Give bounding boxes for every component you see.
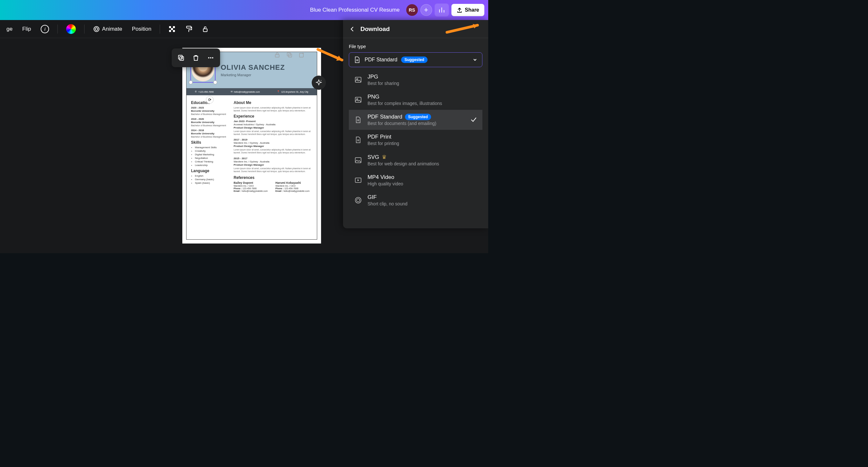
- duplicate-button[interactable]: [174, 51, 188, 65]
- address: 📍123 Anywhere St., Any City: [277, 90, 308, 93]
- phone: ✆+123-456-7890: [195, 90, 214, 93]
- lock-page-button[interactable]: [273, 51, 281, 59]
- svg-point-13: [212, 57, 213, 58]
- skills-list[interactable]: Management Skills Creativity Digital Mar…: [191, 146, 229, 167]
- about-heading[interactable]: About Me: [234, 100, 312, 105]
- education-item[interactable]: 2016 - 2020Borcelle UniversityBachelor o…: [191, 118, 229, 127]
- trash-icon: [192, 54, 199, 61]
- phone-icon: ✆: [195, 90, 197, 93]
- page-tab[interactable]: ge: [4, 24, 15, 34]
- download-title: Download: [361, 26, 390, 33]
- document-icon: [354, 56, 361, 63]
- flip-button[interactable]: Flip: [20, 24, 34, 34]
- education-item[interactable]: 2020 - 2023Borcelle UniversityBachelor o…: [191, 106, 229, 116]
- svg-point-18: [321, 80, 321, 81]
- svg-rect-21: [355, 97, 361, 103]
- pin-icon: 📍: [277, 90, 280, 93]
- option-pdf-standard[interactable]: PDF StandardSuggestedBest for documents …: [349, 110, 483, 130]
- rotate-handle[interactable]: ⟳: [206, 96, 214, 104]
- duplicate-page-button[interactable]: [285, 51, 293, 59]
- annotation-arrow-share: [445, 23, 484, 35]
- option-png[interactable]: PNGBest for complex images, illustration…: [349, 90, 483, 110]
- info-button[interactable]: i: [38, 23, 52, 35]
- magic-button[interactable]: [312, 76, 326, 90]
- option-pdf-print[interactable]: PDF PrintBest for printing: [349, 130, 483, 150]
- color-wheel-icon: [66, 24, 76, 34]
- more-button[interactable]: [204, 51, 217, 65]
- resume-job-title[interactable]: Marketing Manager: [221, 73, 285, 77]
- svg-rect-17: [300, 53, 303, 57]
- option-jpg[interactable]: JPGBest for sharing: [349, 70, 483, 90]
- svg-rect-23: [355, 157, 361, 163]
- email-icon: ✉: [231, 90, 232, 93]
- image-icon: [354, 76, 362, 83]
- delete-button[interactable]: [189, 51, 203, 65]
- list-item: Germany (basic): [195, 178, 229, 181]
- language-list[interactable]: English Germany (basic) Spain (basic): [191, 174, 229, 184]
- lock-icon: [274, 52, 280, 58]
- resize-handle-bl[interactable]: [189, 80, 193, 84]
- transparency-button[interactable]: [166, 24, 178, 34]
- animate-button[interactable]: Animate: [90, 24, 125, 34]
- copy-icon: [178, 54, 185, 61]
- add-page-icon: [299, 52, 305, 58]
- resume-page[interactable]: OLIVIA SANCHEZ Marketing Manager ✆+123-4…: [182, 48, 321, 243]
- reference-item[interactable]: Bailey Dupont Wardiere Inc. / CEO Phone …: [234, 181, 268, 193]
- avatar[interactable]: RS: [406, 4, 418, 16]
- back-button[interactable]: [349, 26, 355, 32]
- svg-point-11: [208, 57, 209, 58]
- download-panel: Download File type PDF Standard Suggeste…: [343, 20, 488, 228]
- svg-rect-3: [171, 28, 173, 30]
- animate-icon: [93, 26, 100, 33]
- education-item[interactable]: 2014 - 2018Borcelle UniversityBachelor o…: [191, 129, 229, 138]
- option-svg[interactable]: SVG♛Best for web design and animations: [349, 150, 483, 170]
- sparkle-icon: [315, 79, 322, 86]
- experience-item[interactable]: 2015 - 2017Wardiere Inc. I Sydney - Aust…: [234, 157, 312, 173]
- reference-item[interactable]: Harumi Kobayashi Wardiere Inc. / CEO Pho…: [276, 181, 310, 193]
- svg-rect-5: [169, 30, 171, 32]
- file-type-select[interactable]: PDF Standard Suggested: [349, 52, 483, 67]
- svg-rect-4: [173, 26, 175, 28]
- experience-heading[interactable]: Experience: [234, 114, 312, 119]
- list-item: Management Skills: [195, 146, 229, 149]
- copy-style-button[interactable]: [183, 24, 195, 34]
- color-picker[interactable]: [64, 22, 79, 36]
- add-member-button[interactable]: +: [421, 4, 432, 16]
- bar-chart-icon: [438, 7, 445, 13]
- chevron-down-icon: [472, 57, 477, 62]
- gif-icon: [354, 197, 362, 204]
- app-header: Blue Clean Professional CV Resume RS + S…: [0, 0, 488, 20]
- experience-item[interactable]: 2017 - 2019Wardiere Inc. I Sydney - Aust…: [234, 138, 312, 154]
- svg-point-26: [356, 199, 360, 202]
- language-heading[interactable]: Language: [191, 169, 229, 173]
- email: ✉hello@reallygreatsite.com: [231, 90, 260, 93]
- image-icon: [354, 96, 362, 104]
- play-icon: [354, 177, 362, 184]
- resume-name[interactable]: OLIVIA SANCHEZ: [221, 63, 285, 72]
- upload-icon: [457, 7, 462, 13]
- about-text[interactable]: Lorem ipsum dolor sit amet, consectetur …: [234, 106, 312, 112]
- document-title[interactable]: Blue Clean Professional CV Resume: [310, 7, 400, 13]
- svg-rect-15: [287, 53, 290, 56]
- contact-bar[interactable]: ✆+123-456-7890 ✉hello@reallygreatsite.co…: [187, 88, 317, 95]
- annotation-arrow-filetype: [316, 48, 348, 64]
- lock-open-icon: [202, 26, 209, 32]
- analytics-button[interactable]: [435, 4, 449, 17]
- add-page-button[interactable]: [298, 51, 306, 59]
- skills-heading[interactable]: Skills: [191, 140, 229, 145]
- list-item: Spain (basic): [195, 181, 229, 184]
- share-button[interactable]: Share: [452, 4, 484, 16]
- lock-button[interactable]: [199, 24, 211, 34]
- svg-rect-14: [275, 55, 279, 57]
- position-button[interactable]: Position: [129, 24, 154, 34]
- references-heading[interactable]: References: [234, 175, 312, 180]
- page-actions: [273, 51, 306, 59]
- option-gif[interactable]: GIFShort clip, no sound: [349, 190, 483, 210]
- experience-item[interactable]: Jan 2022- PresentArowwai Industries I Sy…: [234, 120, 312, 136]
- check-icon: [470, 116, 477, 123]
- resize-handle-br[interactable]: [213, 80, 217, 84]
- element-floating-toolbar: [172, 49, 220, 67]
- option-mp4[interactable]: MP4 VideoHigh quality video: [349, 170, 483, 190]
- copy-icon: [286, 52, 292, 58]
- svg-rect-19: [355, 77, 361, 82]
